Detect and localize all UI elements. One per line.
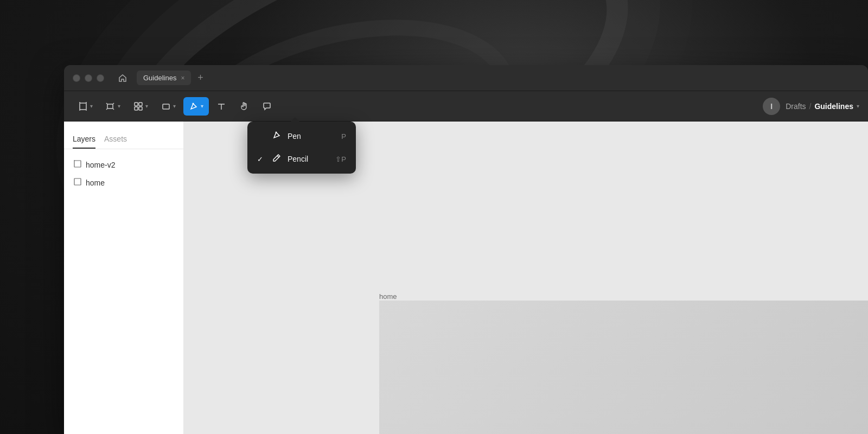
pencil-item-shortcut: ⇧P xyxy=(335,155,346,163)
tab-label: Guidelines xyxy=(143,74,176,82)
home-button[interactable] xyxy=(115,71,130,86)
layer-frame-icon xyxy=(74,160,81,169)
app-window: Guidelines × + ▾ xyxy=(64,65,868,434)
svg-rect-6 xyxy=(135,103,138,106)
shape-tool-button[interactable]: ▾ xyxy=(156,97,181,116)
edit-tool-button[interactable]: ▾ xyxy=(100,97,126,116)
sidebar: Layers Assets home-v2 xyxy=(64,122,183,434)
comment-tool-icon xyxy=(262,101,272,111)
layer-name-home-v2: home-v2 xyxy=(86,161,115,169)
minimize-button[interactable] xyxy=(85,74,92,82)
comment-tool-button[interactable] xyxy=(257,97,277,116)
pen-tool-chevron: ▾ xyxy=(201,103,203,109)
pencil-item-label: Pencil xyxy=(288,155,308,163)
tab-layers[interactable]: Layers xyxy=(73,130,95,149)
layer-name-home: home xyxy=(86,178,105,187)
svg-rect-8 xyxy=(135,107,138,110)
close-button[interactable] xyxy=(73,74,80,82)
pencil-item-icon xyxy=(271,153,282,165)
frame-tool-chevron: ▾ xyxy=(90,103,93,109)
title-bar: Guidelines × + xyxy=(64,65,868,91)
pencil-check-icon: ✓ xyxy=(257,155,266,163)
pen-tool-icon xyxy=(189,101,199,111)
tab-assets[interactable]: Assets xyxy=(104,130,127,149)
svg-point-17 xyxy=(276,132,277,133)
hand-tool-button[interactable] xyxy=(234,97,254,116)
breadcrumb-separator: / xyxy=(809,102,812,111)
layer-frame-icon-2 xyxy=(74,178,81,187)
pen-tool-button[interactable]: ▾ xyxy=(183,97,209,116)
dropdown-item-pen[interactable]: Pen P xyxy=(251,125,353,148)
pen-item-label: Pen xyxy=(288,132,301,141)
dropdown-item-pencil[interactable]: ✓ Pencil ⇧P xyxy=(251,148,353,170)
svg-rect-9 xyxy=(139,107,142,110)
grid-tool-icon xyxy=(133,101,143,111)
grid-tool-button[interactable]: ▾ xyxy=(128,97,154,116)
text-tool-button[interactable] xyxy=(211,97,232,116)
toolbar: ▾ ▾ xyxy=(64,91,868,122)
edit-tool-chevron: ▾ xyxy=(118,103,120,109)
breadcrumb: Drafts / Guidelines ▾ xyxy=(786,102,859,111)
svg-rect-14 xyxy=(74,161,81,167)
guidelines-tab[interactable]: Guidelines × xyxy=(137,71,191,85)
sidebar-tabs: Layers Assets xyxy=(64,122,183,149)
svg-point-11 xyxy=(193,103,194,104)
svg-rect-16 xyxy=(74,178,81,185)
frame-tool-button[interactable]: ▾ xyxy=(73,97,98,116)
svg-rect-0 xyxy=(80,103,86,110)
tab-area: Guidelines × + xyxy=(137,71,859,85)
svg-rect-5 xyxy=(107,104,113,108)
text-tool-icon xyxy=(216,101,226,111)
new-tab-button[interactable]: + xyxy=(193,71,207,85)
breadcrumb-current[interactable]: Guidelines xyxy=(814,102,853,111)
pen-tool-dropdown: Pen P ✓ Pencil ⇧P xyxy=(247,122,356,174)
canvas-frame-label: home xyxy=(379,292,397,301)
frame-tool-icon xyxy=(78,101,88,111)
maximize-button[interactable] xyxy=(97,74,104,82)
main-content: Layers Assets home-v2 xyxy=(64,122,868,434)
tab-close-icon[interactable]: × xyxy=(181,74,184,82)
shape-tool-icon xyxy=(161,101,171,111)
svg-line-18 xyxy=(277,156,279,157)
edit-tool-icon xyxy=(106,101,116,111)
toolbar-right: I Drafts / Guidelines ▾ xyxy=(763,98,859,115)
grid-tool-chevron: ▾ xyxy=(145,103,148,109)
breadcrumb-chevron-icon[interactable]: ▾ xyxy=(857,103,859,109)
layer-item-home-v2[interactable]: home-v2 xyxy=(68,156,179,174)
shape-tool-chevron: ▾ xyxy=(173,103,176,109)
hand-tool-icon xyxy=(239,101,249,111)
user-avatar[interactable]: I xyxy=(763,98,780,115)
traffic-lights xyxy=(73,74,104,82)
canvas-frame[interactable] xyxy=(379,301,868,434)
pen-item-shortcut: P xyxy=(341,132,346,141)
svg-rect-7 xyxy=(139,103,142,106)
breadcrumb-drafts[interactable]: Drafts xyxy=(786,102,806,111)
layer-item-home[interactable]: home xyxy=(68,174,179,192)
pen-item-icon xyxy=(271,130,282,142)
sidebar-layers-content: home-v2 home xyxy=(64,149,183,434)
svg-rect-10 xyxy=(163,104,169,109)
